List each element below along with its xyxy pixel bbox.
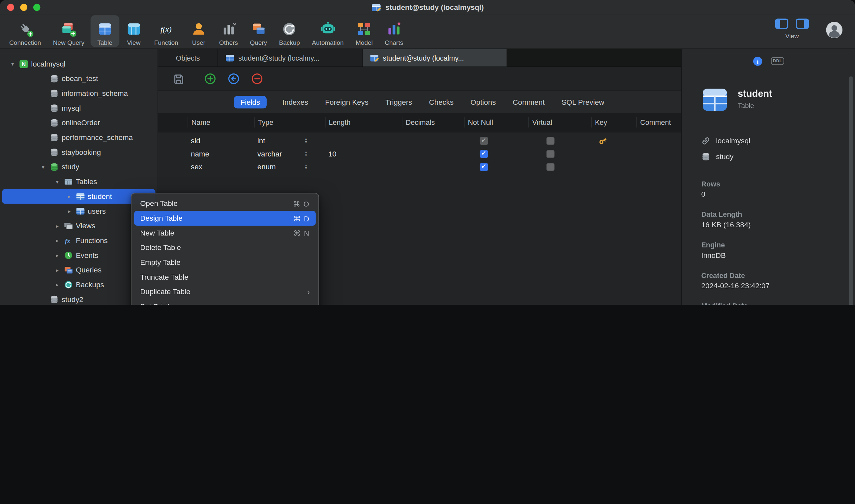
tree-item-onlineorder[interactable]: onlineOrder (0, 115, 158, 130)
events-icon (64, 251, 73, 260)
tab-indexes[interactable]: Indexes (281, 95, 309, 108)
virtual-checkbox[interactable] (546, 149, 555, 158)
tab-options[interactable]: Options (469, 95, 497, 108)
chevron-right-icon[interactable]: ▸ (53, 237, 61, 244)
table-icon (96, 20, 113, 38)
tab-objects[interactable]: Objects (158, 49, 218, 67)
toolbar-query-button[interactable]: Query (244, 15, 273, 47)
tree-item-localmysql[interactable]: ▾ localmysql (0, 57, 158, 71)
connection-link-icon (701, 137, 710, 146)
user-icon (190, 20, 207, 38)
zoom-window-button[interactable] (33, 4, 40, 11)
avatar[interactable] (826, 21, 843, 39)
prop-modified-date: Modified Date -- (701, 302, 844, 305)
prop-data-length: Data Length 16 KB (16,384) (701, 211, 844, 230)
tab-comment[interactable]: Comment (511, 95, 545, 108)
toolbar-others-button[interactable]: Others (213, 15, 244, 47)
toolbar-function-button[interactable]: Function (148, 15, 184, 47)
tab-student-design[interactable]: student@study (localmy... (363, 49, 507, 67)
toolbar-connection-button[interactable]: Connection (3, 15, 47, 47)
field-row-sid[interactable]: sid int ▴▾ (158, 134, 681, 147)
tab-fields[interactable]: Fields (234, 95, 267, 108)
menu-item-truncate-table[interactable]: Truncate Table (132, 270, 318, 285)
chevron-right-icon[interactable]: ▸ (66, 193, 73, 199)
field-name-cell[interactable]: sid (188, 137, 254, 145)
virtual-checkbox[interactable] (546, 137, 555, 145)
type-stepper[interactable]: ▴▾ (305, 163, 307, 170)
type-stepper[interactable]: ▴▾ (305, 137, 307, 144)
menu-item-open-table[interactable]: Open Table⌘ O (132, 196, 318, 211)
field-length-cell[interactable]: 10 (325, 149, 402, 158)
ddl-icon[interactable]: DDL (771, 57, 784, 65)
save-button[interactable] (173, 73, 184, 85)
tab-student-table[interactable]: student@study (localmy... (218, 49, 363, 67)
chevron-right-icon[interactable]: ▸ (53, 223, 61, 229)
tree-item-information-schema[interactable]: information_schema (0, 86, 158, 101)
tree-item-mysql[interactable]: mysql (0, 101, 158, 115)
view-icon (125, 20, 142, 38)
close-window-button[interactable] (7, 4, 15, 11)
toolbar-backup-button[interactable]: Backup (273, 15, 306, 47)
database-icon (50, 118, 59, 127)
menu-item-design-table[interactable]: Design Table⌘ D (134, 211, 316, 226)
table-icon (225, 53, 234, 62)
tree-item-staybooking[interactable]: staybooking (0, 145, 158, 160)
toolbar-view-button[interactable]: View (119, 15, 148, 47)
toolbar-automation-button[interactable]: Automation (306, 15, 350, 47)
chevron-down-icon[interactable]: ▾ (8, 61, 16, 67)
toolbar-user-button[interactable]: User (184, 15, 213, 47)
toolbar-new-query-button[interactable]: New Query (47, 15, 91, 47)
field-row-name[interactable]: name varchar ▴▾ 10 (158, 147, 681, 160)
field-type-cell[interactable]: int ▴▾ (254, 137, 325, 145)
tab-triggers[interactable]: Triggers (384, 95, 413, 108)
not-null-checkbox[interactable] (480, 137, 488, 145)
pane-left-icon[interactable] (775, 18, 788, 31)
type-stepper[interactable]: ▴▾ (305, 150, 307, 158)
primary-key-cell[interactable] (591, 136, 636, 145)
menu-item-delete-table[interactable]: Delete Table (132, 240, 318, 255)
not-null-checkbox[interactable] (480, 149, 488, 158)
field-type-cell[interactable]: enum ▴▾ (254, 163, 325, 171)
object-name: student (738, 88, 772, 100)
field-row-sex[interactable]: sex enum ▴▾ (158, 160, 681, 173)
database-icon (50, 104, 59, 113)
chevron-right-icon[interactable]: ▸ (53, 252, 61, 258)
info-panel: DDL student Table localmysql study (681, 49, 855, 305)
object-properties: Rows 0 Data Length 16 KB (16,384) Engine… (682, 180, 855, 305)
tab-sql-preview[interactable]: SQL Preview (560, 95, 605, 108)
menu-item-empty-table[interactable]: Empty Table (132, 255, 318, 270)
toolbar-charts-button[interactable]: Charts (379, 15, 409, 47)
chevron-right-icon[interactable]: ▸ (66, 208, 73, 214)
not-null-checkbox[interactable] (480, 163, 488, 171)
field-type-cell[interactable]: varchar ▴▾ (254, 149, 325, 158)
chevron-right-icon[interactable]: ▸ (53, 282, 61, 288)
connection-icon (17, 20, 34, 38)
pane-right-icon[interactable] (796, 18, 809, 31)
menu-item-set-privileges[interactable]: Set Privileges (132, 299, 318, 305)
minimize-window-button[interactable] (20, 4, 28, 11)
toolbar-table-button[interactable]: Table (90, 15, 119, 47)
info-icon[interactable] (752, 56, 762, 66)
field-name-cell[interactable]: sex (188, 163, 254, 171)
connection-icon (19, 59, 28, 69)
toolbar-model-button[interactable]: Model (350, 15, 379, 47)
add-field-button[interactable] (204, 73, 216, 85)
tree-item-performance-schema[interactable]: performance_schema (0, 130, 158, 145)
database-icon (50, 89, 59, 98)
field-name-cell[interactable]: name (188, 149, 254, 158)
menu-item-new-table[interactable]: New Table⌘ N (132, 226, 318, 240)
chevron-down-icon[interactable]: ▾ (53, 179, 61, 185)
tab-foreign-keys[interactable]: Foreign Keys (324, 95, 369, 108)
tree-item-tables[interactable]: ▾ Tables (0, 174, 158, 189)
tree-item-ebean-test[interactable]: ebean_test (0, 71, 158, 86)
tab-checks[interactable]: Checks (428, 95, 455, 108)
delete-field-button[interactable] (251, 73, 263, 85)
tree-item-study[interactable]: ▾ study (0, 160, 158, 175)
panel-vertical-scrollbar[interactable] (849, 76, 853, 305)
column-header-virtual: Virtual (528, 117, 591, 127)
menu-item-duplicate-table[interactable]: Duplicate Table› (132, 285, 318, 300)
chevron-down-icon[interactable]: ▾ (39, 164, 47, 170)
insert-field-button[interactable] (228, 73, 240, 85)
chevron-right-icon[interactable]: ▸ (53, 267, 61, 273)
virtual-checkbox[interactable] (546, 163, 555, 171)
